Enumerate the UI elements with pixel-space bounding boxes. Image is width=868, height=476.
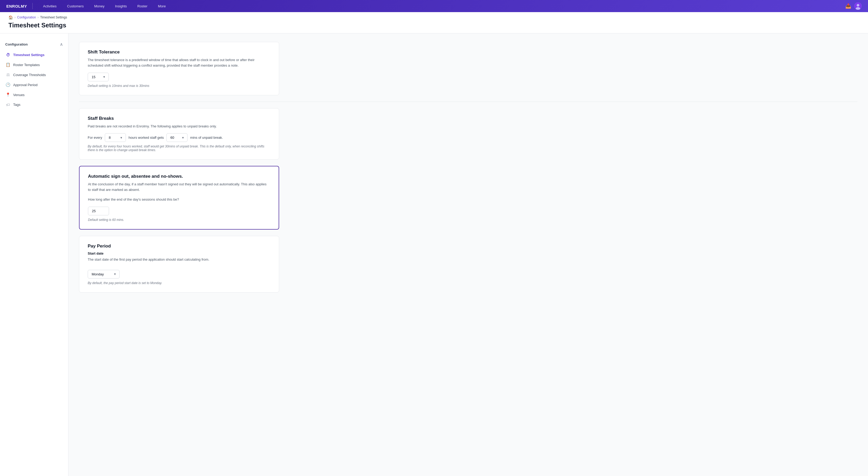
- staff-breaks-note: By default, for every four hours worked,…: [88, 145, 271, 152]
- nav-customers[interactable]: Customers: [62, 0, 89, 12]
- staff-breaks-title: Staff Breaks: [88, 116, 271, 121]
- approval-icon: 🕐: [5, 83, 10, 87]
- mins-label: mins of unpaid break.: [190, 135, 223, 139]
- pay-period-start-date-label: Start date: [88, 251, 271, 255]
- nav-more[interactable]: More: [153, 0, 171, 12]
- sidebar-item-tags[interactable]: 🏷 Tags: [0, 100, 68, 109]
- sidebar-item-label-venues: Venues: [13, 93, 25, 97]
- for-every-label: For every: [88, 135, 102, 139]
- pay-period-start-date-desc: The start date of the first pay period t…: [88, 257, 271, 262]
- sidebar-item-roster-templates[interactable]: 📋 Roster Templates: [0, 60, 68, 70]
- sidebar-toggle-icon[interactable]: ∧: [60, 42, 63, 47]
- staff-breaks-row: For every 1234 5678 9101112 ▼ hours work…: [88, 133, 271, 142]
- brand-logo: ENROLMY: [6, 4, 27, 8]
- nav-roster[interactable]: Roster: [132, 0, 153, 12]
- roster-templates-icon: 📋: [5, 62, 10, 67]
- sidebar-item-timesheet-settings[interactable]: ⏱ Timesheet Settings: [0, 50, 68, 60]
- staff-breaks-desc: Paid breaks are not recorded in Enrolmy.…: [88, 124, 271, 129]
- auto-signout-desc1: At the conclusion of the day, if a staff…: [88, 182, 270, 193]
- staff-breaks-section: Staff Breaks Paid breaks are not recorde…: [79, 108, 279, 160]
- user-avatar[interactable]: [854, 2, 862, 10]
- sidebar-section-header: Configuration ∧: [0, 40, 68, 50]
- svg-point-1: [857, 4, 859, 7]
- shift-tolerance-section: Shift Tolerance The timesheet tolerance …: [79, 42, 279, 95]
- pay-period-note: By default, the pay period start date is…: [88, 281, 271, 285]
- hours-select[interactable]: 1234 5678 9101112: [105, 133, 126, 142]
- sidebar-item-label-approval: Approval Period: [13, 83, 38, 87]
- hours-select-wrapper: 1234 5678 9101112 ▼: [105, 133, 126, 142]
- auto-signout-desc2: How long after the end of the day's sess…: [88, 197, 270, 202]
- tags-icon: 🏷: [5, 102, 10, 107]
- sidebar-item-label-tags: Tags: [13, 103, 20, 107]
- nav-activities[interactable]: Activities: [38, 0, 62, 12]
- nav-divider: [32, 3, 33, 9]
- auto-signout-input-wrapper: [88, 207, 270, 215]
- sidebar: Configuration ∧ ⏱ Timesheet Settings 📋 R…: [0, 33, 68, 476]
- mins-select[interactable]: 153045 6090120: [166, 133, 187, 142]
- sidebar-item-label-timesheet: Timesheet Settings: [13, 53, 44, 57]
- shift-tolerance-desc: The timesheet tolerance is a predefined …: [88, 57, 271, 68]
- coverage-icon: ⚖: [5, 72, 10, 77]
- page-layout: Configuration ∧ ⏱ Timesheet Settings 📋 R…: [0, 33, 868, 476]
- breadcrumb-sep-1: ›: [14, 15, 16, 19]
- breadcrumb-current: Timesheet Settings: [40, 15, 67, 19]
- shift-tolerance-title: Shift Tolerance: [88, 50, 271, 55]
- inbox-icon[interactable]: 📥: [845, 3, 851, 9]
- pay-period-select[interactable]: Monday Tuesday Wednesday Thursday Friday…: [88, 270, 120, 279]
- breadcrumb-bar: 🏠 › Configuration › Timesheet Settings T…: [0, 12, 868, 33]
- auto-signout-input[interactable]: [88, 207, 109, 215]
- main-content: Shift Tolerance The timesheet tolerance …: [68, 33, 868, 476]
- breadcrumb: 🏠 › Configuration › Timesheet Settings: [8, 15, 860, 20]
- pay-period-select-wrapper: Monday Tuesday Wednesday Thursday Friday…: [88, 270, 120, 279]
- auto-signout-title: Automatic sign out, absentee and no-show…: [88, 174, 270, 179]
- breadcrumb-configuration[interactable]: Configuration: [17, 15, 36, 19]
- shift-tolerance-select[interactable]: 5 10 15 20 25 30: [88, 73, 109, 81]
- auto-signout-note: Default setting is 60 mins.: [88, 218, 270, 222]
- timesheet-settings-icon: ⏱: [5, 53, 10, 57]
- nav-insights[interactable]: Insights: [110, 0, 132, 12]
- nav-money[interactable]: Money: [89, 0, 110, 12]
- shift-tolerance-note: Default setting is 10mins and max is 30m…: [88, 84, 271, 88]
- nav-right: 📥: [845, 2, 862, 10]
- auto-signout-section: Automatic sign out, absentee and no-show…: [79, 166, 279, 229]
- shift-tolerance-select-wrapper: 5 10 15 20 25 30 ▼: [88, 73, 109, 81]
- pay-period-section: Pay Period Start date The start date of …: [79, 236, 279, 292]
- sidebar-item-label-roster: Roster Templates: [13, 63, 40, 67]
- page-title: Timesheet Settings: [8, 22, 860, 33]
- pay-period-title: Pay Period: [88, 244, 271, 249]
- hours-worked-label: hours worked staff gets: [128, 135, 164, 139]
- sidebar-item-label-coverage: Coverage Thresholds: [13, 73, 46, 77]
- sidebar-item-coverage-thresholds[interactable]: ⚖ Coverage Thresholds: [0, 70, 68, 80]
- sidebar-section-label: Configuration: [5, 42, 28, 46]
- venues-icon: 📍: [5, 92, 10, 97]
- mins-select-wrapper: 153045 6090120 ▼: [166, 133, 187, 142]
- breadcrumb-sep-2: ›: [37, 15, 38, 19]
- main-nav: ENROLMY Activities Customers Money Insig…: [0, 0, 868, 12]
- sidebar-item-approval-period[interactable]: 🕐 Approval Period: [0, 80, 68, 90]
- home-icon[interactable]: 🏠: [8, 15, 13, 20]
- sidebar-item-venues[interactable]: 📍 Venues: [0, 90, 68, 100]
